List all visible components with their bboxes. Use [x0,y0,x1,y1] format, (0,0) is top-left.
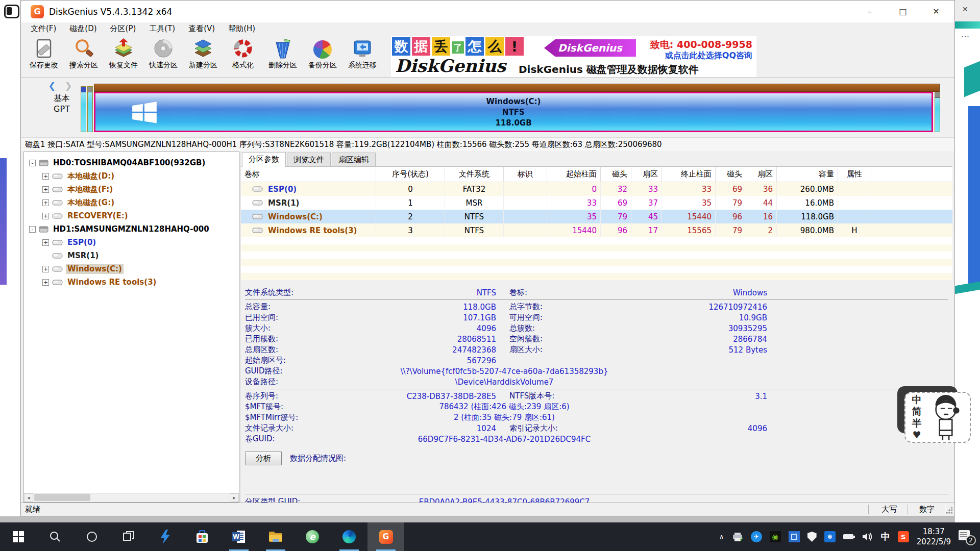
menu-item-1[interactable]: 磁盘(D) [63,23,103,35]
toolbar-backup-partition-button[interactable]: 备份分区 [303,35,342,77]
tray-volume-icon[interactable] [861,532,873,541]
column-header-7[interactable]: 终止柱面 [662,167,716,182]
column-header-11[interactable]: 属性 [838,167,871,182]
ime-floating-widget[interactable]: 中简半♥ [904,392,971,443]
toolbar-recover-files-button[interactable]: 恢复文件 [104,35,143,77]
taskbar-cortana-button[interactable] [74,522,110,551]
column-header-9[interactable]: 扇区 [746,167,777,182]
tab-0[interactable]: 分区参数 [242,152,286,167]
tray-sogou-icon[interactable]: S [898,531,909,542]
maximize-button[interactable]: □ [889,1,917,22]
scrollbar-thumb[interactable] [34,494,90,501]
menu-item-0[interactable]: 文件(F) [24,23,63,35]
taskbar-edge-button[interactable] [331,522,368,551]
table-row[interactable]: Windows RE tools(3)3NTFS1544096171556579… [241,223,952,237]
partition-block-windows-c[interactable]: Windows(C:) NTFS 118.0GB [94,92,933,132]
background-close-icon[interactable]: ✕ [955,0,980,21]
tree-expander-icon[interactable]: + [42,186,49,193]
column-header-10[interactable]: 容量 [777,167,838,182]
taskbar-ie-button[interactable]: e [294,522,331,551]
disk-band[interactable] [94,84,940,92]
tab-1[interactable]: 浏览文件 [287,153,331,166]
resize-grip[interactable] [945,507,952,514]
taskbar-search-button[interactable] [37,522,74,551]
tray-nvidia-icon[interactable]: ◉ [770,531,781,542]
scroll-right-icon[interactable]: ▸ [230,493,239,502]
tree-item-hd1-samsungmznln128hahq-000[interactable]: -HD1:SAMSUNGMZNLN128HAHQ-000 [24,222,239,236]
taskbar-flow-button[interactable] [147,522,184,551]
taskbar-start-button[interactable] [0,522,37,551]
tray-battery-icon[interactable] [843,534,853,539]
tree-item--f-[interactable]: +本地磁盘(F:) [24,183,239,196]
tray-tray-expand-icon[interactable]: ∧ [719,533,724,541]
menu-item-2[interactable]: 分区(P) [104,23,143,35]
taskbar-word-button[interactable]: W [220,522,257,551]
taskbar-store-button[interactable] [184,522,220,551]
close-button[interactable]: ✕ [922,1,950,22]
partition-block-re-tools[interactable] [935,92,940,132]
column-header-1[interactable]: 序号(状态) [376,167,445,182]
menu-item-5[interactable]: 帮助(H) [222,23,262,35]
tray-intel-icon[interactable] [789,531,800,542]
table-row[interactable]: ESP(0)0FAT3203233336936260.0MB [241,182,952,196]
tray-printer-icon[interactable]: ✓ [732,532,743,542]
taskbar-explorer-button[interactable] [257,522,294,551]
column-header-4[interactable]: 起始柱面 [547,167,601,182]
next-disk-icon[interactable]: ❯ [65,81,75,91]
tree-item--g-[interactable]: +本地磁盘(G:) [24,196,239,209]
tree-expander-icon[interactable]: + [42,213,49,219]
toolbar-quick-partition-button[interactable]: 快速分区 [143,35,183,77]
tray-defender-icon[interactable]: ✕ [807,532,817,542]
tree-expander-icon[interactable]: + [42,239,49,246]
toolbar-format-button[interactable]: 格式化 [223,35,263,77]
tree-item-recovery-e-[interactable]: +RECOVERY(E:) [24,209,239,222]
menu-item-3[interactable]: 工具(T) [142,23,182,35]
ad-qq-link[interactable]: 或点击此处选择QQ咨询 [665,51,752,61]
column-header-8[interactable]: 磁头 [716,167,746,182]
taskbar-clock[interactable]: 18:372022/5/9 [917,527,951,547]
tree-item-msr-1-[interactable]: MSR(1) [24,249,239,262]
partition-block-msr[interactable] [87,86,93,132]
column-header-2[interactable]: 文件系统 [445,167,504,182]
tree-horizontal-scrollbar[interactable]: ◂ ▸ [24,493,239,502]
tree-item-windows-re-tools-3-[interactable]: +Windows RE tools(3) [24,276,239,289]
column-header-5[interactable]: 磁头 [601,167,631,182]
toolbar-search-partition-button[interactable]: 搜索分区 [64,35,104,77]
tree-expander-icon[interactable]: - [29,160,36,166]
notification-icon[interactable]: 2 [959,530,974,543]
tree-expander-icon[interactable]: + [42,266,49,272]
tree-expander-icon[interactable]: - [29,226,36,233]
toolbar-system-migration-button[interactable]: 系统迁移 [342,35,382,77]
taskbar-task-view-button[interactable] [110,522,147,551]
table-row[interactable]: Windows(C:)2NTFS357945154409616118.0GB [241,210,952,223]
tree-expander-icon[interactable]: + [42,279,49,286]
column-header-0[interactable]: 卷标 [241,167,376,182]
ad-banner[interactable]: 数据丢了怎么! DiskGenius DiskGenius 致电: 400-00… [391,36,756,77]
menu-item-4[interactable]: 查看(V) [182,23,222,35]
titlebar[interactable]: G DiskGenius V5.4.3.1342 x64 – □ ✕ [21,1,954,22]
tree-item--d-[interactable]: +本地磁盘(D:) [24,169,239,183]
toolbar-delete-partition-button[interactable]: 删除分区 [263,35,303,77]
tree-item-hd0-toshibamq04abf100-932gb-[interactable]: -HD0:TOSHIBAMQ04ABF100(932GB) [24,156,239,169]
tree-item-esp-0-[interactable]: +ESP(0) [24,236,239,249]
taskbar-diskgenius-button[interactable]: G [368,522,404,551]
tree-expander-icon[interactable]: + [42,173,49,180]
scroll-left-icon[interactable]: ◂ [24,493,33,502]
minimize-button[interactable]: – [855,1,884,22]
scrollbar-track[interactable] [33,493,230,502]
tray-bird-icon[interactable]: ✈ [751,531,762,542]
tree-expander-icon[interactable]: + [42,199,49,206]
toolbar-new-partition-button[interactable]: 新建分区 [183,35,223,77]
table-row[interactable]: MSR(1)1MSR33693735794416.0MB [241,196,952,210]
tray-snowflake-icon[interactable]: ❄ [824,531,836,542]
overflow-dots-icon[interactable]: ⋯ [961,32,970,41]
tray-ime-zh-icon[interactable]: 中 [881,531,890,543]
analyze-button[interactable]: 分析 [245,452,282,465]
column-header-6[interactable]: 扇区 [631,167,662,182]
partition-block-esp[interactable] [81,86,86,132]
toolbar-save-changes-button[interactable]: 保存更改 [24,35,64,77]
tree-item-windows-c-[interactable]: +Windows(C:) [24,262,239,276]
prev-disk-icon[interactable]: ❮ [48,81,59,91]
column-header-3[interactable]: 标识 [504,167,547,182]
tab-2[interactable]: 扇区编辑 [332,153,376,166]
